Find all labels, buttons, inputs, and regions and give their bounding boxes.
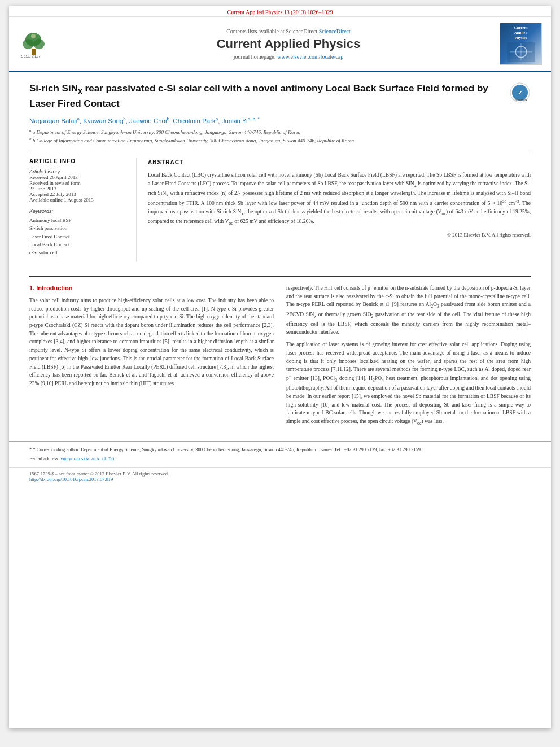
abstract-col: ABSTRACT Local Back Contact (LBC) crysta… (148, 158, 531, 261)
footnote-area: * * Corresponding author. Department of … (9, 441, 551, 462)
abstract-text: Local Back Contact (LBC) crystalline sil… (148, 171, 531, 227)
issn-text: 1567-1739/$ – see front matter © 2013 El… (29, 471, 531, 477)
journal-cover-image: Current Applied Physics (500, 23, 542, 65)
body-para-1: The solar cell industry aims to produce … (29, 296, 274, 388)
article-info-label: ARTICLE INFO (29, 158, 128, 164)
email-value[interactable]: yi@yurim.skku.ac.kr (J. Yi). (60, 456, 115, 461)
accepted-date: Accepted 22 July 2013 (29, 191, 128, 197)
journal-bar: Current Applied Physics 13 (2013) 1826–1… (9, 6, 551, 17)
article-content: Si-rich SiNx rear passivated c-Si solar … (9, 72, 551, 272)
article-info-col: ARTICLE INFO Article history: Received 2… (29, 158, 137, 261)
sciencedirect-link[interactable]: ScienceDirect (319, 28, 351, 34)
article-history-group: Article history: Received 26 April 2013 … (29, 169, 128, 203)
keyword-1: Antimony local BSF (29, 216, 128, 224)
body-para-3: The application of laser systems is of g… (286, 340, 531, 427)
body-two-col: 1. Introduction The solar cell industry … (29, 283, 531, 431)
page: Current Applied Physics 13 (2013) 1826–1… (9, 6, 551, 728)
svg-point-5 (31, 34, 36, 38)
svg-text:✓: ✓ (518, 89, 523, 96)
elsevier-tree-icon: ELSEVIER (18, 28, 49, 59)
available-date: Available online 1 August 2013 (29, 197, 128, 203)
journal-header: ELSEVIER Contents lists available at Sci… (9, 17, 551, 72)
history-label: Article history: (29, 169, 128, 174)
journal-url[interactable]: www.elsevier.com/locate/cap (277, 54, 343, 60)
body-para-2: respectively. The HIT cell consists of p… (286, 283, 531, 337)
article-title-text: Si-rich SiNx rear passivated c-Si solar … (29, 82, 509, 111)
crossmark-icon: ✓ CrossMark (509, 82, 531, 103)
journal-citation: Current Applied Physics 13 (2013) 1826–1… (228, 9, 333, 15)
keyword-5: c-Si solar cell (29, 248, 128, 256)
cover-graphic (507, 42, 535, 62)
keyword-4: Local Back Contact (29, 241, 128, 248)
footnote-text: * * Corresponding author. Department of … (29, 446, 531, 453)
body-col-right: respectively. The HIT cell consists of p… (286, 283, 531, 431)
keywords-group: Keywords: Antimony local BSF Si-rich pas… (29, 208, 128, 257)
bottom-bar: 1567-1739/$ – see front matter © 2013 El… (9, 467, 551, 486)
svg-point-3 (33, 39, 45, 49)
received-revised-date: 27 June 2013 (29, 186, 128, 191)
keyword-3: Laser Fired Contact (29, 233, 128, 241)
svg-point-2 (23, 39, 34, 49)
body-col-left: 1. Introduction The solar cell industry … (29, 283, 274, 431)
article-title: Si-rich SiNx rear passivated c-Si solar … (29, 83, 488, 109)
svg-text:CrossMark: CrossMark (513, 98, 527, 102)
journal-title: Current Applied Physics (91, 37, 485, 51)
abstract-label: ABSTRACT (148, 158, 531, 167)
keyword-2: Si-rich passivation (29, 224, 128, 232)
doi-link[interactable]: http://dx.doi.org/10.1016/j.cap.2013.07.… (29, 477, 531, 482)
section1-heading: 1. Introduction (29, 283, 274, 293)
sciencedirect-text: Contents lists available at ScienceDirec… (91, 28, 485, 34)
email-line: E-mail address: yi@yurim.skku.ac.kr (J. … (29, 455, 531, 462)
received-revised-label: Received in revised form (29, 180, 128, 186)
affiliation-a: a a Department of Energy Science, Sungky… (29, 128, 531, 137)
copyright-text: © 2013 Elsevier B.V. All rights reserved… (148, 231, 531, 239)
authors: Nagarajan Balajia, Kyuwan Songb, Jaewoo … (29, 116, 531, 124)
elsevier-logo-area: ELSEVIER (18, 28, 91, 59)
email-label: E-mail address: (29, 456, 59, 461)
article-title-area: Si-rich SiNx rear passivated c-Si solar … (29, 82, 531, 111)
journal-header-center: Contents lists available at ScienceDirec… (91, 28, 485, 60)
journal-homepage: journal homepage: www.elsevier.com/locat… (91, 54, 485, 60)
article-body: 1. Introduction The solar cell industry … (9, 276, 551, 442)
journal-cover-area: Current Applied Physics (485, 23, 542, 65)
article-info-abstract: ARTICLE INFO Article history: Received 2… (29, 152, 531, 261)
affiliations: a a Department of Energy Science, Sungky… (29, 128, 531, 145)
affiliation-b: b b College of Information and Communica… (29, 136, 531, 145)
keywords-label: Keywords: (29, 208, 128, 214)
svg-text:ELSEVIER: ELSEVIER (21, 54, 40, 58)
divider (29, 276, 531, 277)
received-date: Received 26 April 2013 (29, 174, 128, 180)
elsevier-logo: ELSEVIER (18, 28, 49, 59)
